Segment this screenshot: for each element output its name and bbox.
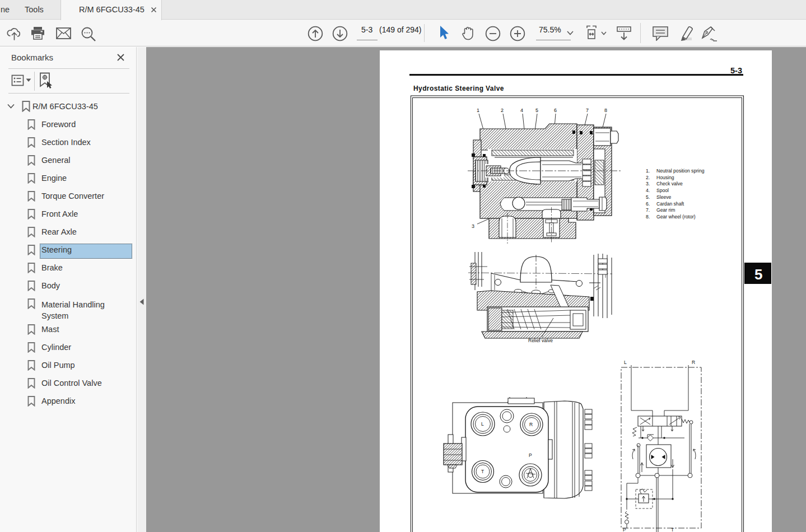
svg-text:1: 1 — [477, 108, 479, 113]
svg-text:8: 8 — [604, 108, 607, 113]
svg-text:R: R — [529, 422, 533, 427]
svg-text:5-3: 5-3 — [730, 66, 742, 75]
svg-text:6.: 6. — [646, 201, 650, 207]
svg-text:L: L — [481, 421, 484, 427]
svg-text:1.: 1. — [646, 168, 650, 174]
svg-text:Spool: Spool — [656, 188, 669, 193]
svg-text:5: 5 — [754, 266, 762, 283]
svg-text:P: P — [623, 527, 626, 532]
svg-text:3.: 3. — [646, 181, 650, 186]
svg-text:2.: 2. — [646, 175, 650, 180]
svg-text:Sleeve: Sleeve — [656, 194, 671, 200]
svg-text:Cardan shaft: Cardan shaft — [656, 201, 684, 207]
svg-text:4.: 4. — [646, 188, 650, 193]
svg-text:7: 7 — [586, 108, 589, 113]
svg-text:2: 2 — [501, 108, 504, 113]
svg-text:5: 5 — [535, 108, 538, 113]
svg-text:Gear rim: Gear rim — [656, 207, 675, 213]
svg-text:Hydrostatic Steering Valve: Hydrostatic Steering Valve — [413, 85, 504, 92]
svg-text:3: 3 — [472, 223, 474, 229]
svg-text:T: T — [671, 527, 674, 532]
svg-text:T: T — [481, 469, 484, 474]
svg-text:5.: 5. — [646, 194, 650, 200]
svg-text:Check valve: Check valve — [656, 181, 683, 186]
svg-text:4: 4 — [520, 108, 523, 113]
svg-text:Neutral position spring: Neutral position spring — [656, 168, 705, 174]
svg-text:L: L — [624, 360, 627, 365]
svg-text:Housing: Housing — [656, 175, 674, 180]
svg-text:Gear wheel (rotor): Gear wheel (rotor) — [656, 214, 696, 220]
svg-text:6: 6 — [554, 108, 557, 113]
svg-text:R: R — [692, 360, 695, 365]
svg-text:7.: 7. — [646, 207, 650, 213]
svg-text:Relief valve: Relief valve — [528, 338, 553, 343]
svg-text:8.: 8. — [646, 214, 650, 220]
svg-text:P: P — [529, 452, 532, 458]
